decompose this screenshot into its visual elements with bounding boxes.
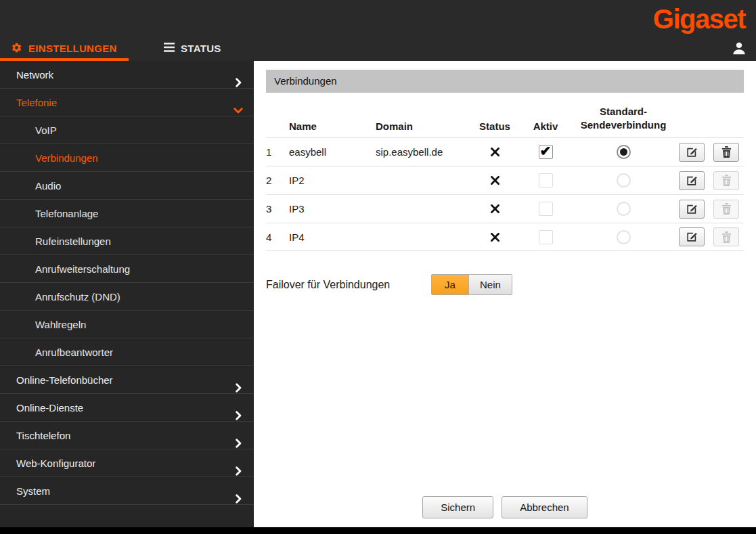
footer-bar [0, 527, 756, 534]
aktiv-checkbox[interactable] [539, 230, 553, 244]
page-title: Verbindungen [266, 70, 744, 93]
sidebar-item-label: Anrufbeantworter [35, 347, 113, 358]
sidebar-item-telefonie[interactable]: Telefonie [0, 89, 254, 116]
tab-status-label: STATUS [181, 43, 221, 54]
edit-button[interactable] [679, 143, 705, 162]
sidebar-item-voip[interactable]: VoIP [0, 116, 254, 144]
sidebar-item-label: System [16, 485, 50, 497]
chevron-right-icon [234, 486, 243, 495]
sidebar-item-network[interactable]: Network [0, 61, 254, 89]
save-button[interactable]: Sichern [422, 496, 493, 518]
cancel-button[interactable]: Abbrechen [502, 496, 587, 518]
sidebar-item-label: Telefonie [16, 97, 57, 108]
col-header-standard: Standard- Sendeverbindung [572, 105, 675, 132]
sidebar-item-audio[interactable]: Audio [0, 172, 254, 200]
aktiv-checkbox[interactable] [539, 202, 553, 216]
sidebar-item-tischtelefon[interactable]: Tischtelefon [0, 422, 254, 449]
col-header-status: Status [470, 120, 519, 132]
sidebar-item-label: Anrufschutz (DND) [35, 291, 120, 303]
chevron-right-icon [234, 458, 243, 468]
tab-einstellungen-label: EINSTELLUNGEN [28, 43, 117, 54]
sidebar-item-anrufschutz[interactable]: Anrufschutz (DND) [0, 283, 254, 311]
edit-button[interactable] [679, 227, 705, 246]
table-row: 4 IP4 [266, 223, 744, 251]
sidebar-item-label: Anrufweiterschaltung [35, 263, 130, 275]
sidebar-item-label: Wahlregeln [35, 319, 86, 330]
sidebar-item-anrufbeantworter[interactable]: Anrufbeantworter [0, 338, 254, 366]
sidebar-item-telefonanlage[interactable]: Telefonanlage [0, 200, 254, 227]
chevron-right-icon [234, 430, 243, 440]
sidebar-item-label: Network [16, 69, 53, 81]
status-x-icon [470, 147, 519, 157]
row-index: 3 [266, 203, 289, 215]
sidebar-item-label: Verbindungen [35, 152, 98, 164]
chevron-right-icon [234, 70, 243, 79]
table-row: 1 easybell sip.easybell.de [266, 137, 744, 166]
standard-radio[interactable] [617, 202, 631, 216]
aktiv-checkbox[interactable] [539, 173, 553, 187]
chevron-down-icon [234, 97, 243, 107]
failover-label: Failover für Verbindungen [266, 279, 422, 291]
col-header-domain: Domain [376, 120, 470, 132]
main-content: Verbindungen Name Domain Status Aktiv St… [254, 61, 756, 527]
menu-icon [164, 43, 175, 54]
row-name: easybell [289, 146, 376, 158]
sidebar-item-label: Online-Dienste [16, 402, 83, 414]
standard-radio[interactable] [617, 173, 631, 187]
delete-button [713, 227, 739, 246]
sidebar-item-rufeinstellungen[interactable]: Rufeinstellungen [0, 227, 254, 255]
status-x-icon [470, 232, 519, 242]
col-header-aktiv: Aktiv [519, 120, 572, 132]
chevron-right-icon [234, 403, 243, 412]
row-index: 2 [266, 175, 289, 186]
sidebar-item-web-konfigurator[interactable]: Web-Konfigurator [0, 449, 254, 477]
failover-setting: Failover für Verbindungen Ja Nein [266, 274, 744, 295]
aktiv-checkbox[interactable] [539, 145, 553, 159]
delete-button[interactable] [713, 143, 739, 162]
col-header-standard-line1: Standard- [572, 105, 675, 118]
standard-radio[interactable] [617, 230, 631, 244]
sidebar-item-label: Rufeinstellungen [35, 236, 111, 247]
sidebar-item-wahlregeln[interactable]: Wahlregeln [0, 311, 254, 338]
edit-button[interactable] [679, 171, 705, 190]
chevron-right-icon [234, 375, 243, 384]
sidebar-item-label: Online-Telefonbücher [16, 374, 113, 386]
row-index: 1 [266, 146, 289, 158]
sidebar-item-label: Web-Konfigurator [16, 458, 95, 469]
row-index: 4 [266, 231, 289, 243]
sidebar-item-label: Tischtelefon [16, 430, 70, 441]
gear-icon [11, 42, 22, 55]
form-actions: Sichern Abbrechen [254, 496, 756, 518]
row-domain: sip.easybell.de [376, 146, 470, 158]
tab-status[interactable]: STATUS [153, 36, 232, 61]
failover-toggle: Ja Nein [431, 274, 512, 295]
connections-table: Name Domain Status Aktiv Standard- Sende… [266, 105, 744, 251]
delete-button [713, 200, 739, 219]
delete-button [713, 171, 739, 190]
sidebar: Network Telefonie VoIP Verbindungen Audi… [0, 61, 254, 527]
status-x-icon [470, 175, 519, 185]
sidebar-item-online-telefonbuecher[interactable]: Online-Telefonbücher [0, 366, 254, 394]
col-header-standard-line2: Sendeverbindung [572, 118, 675, 132]
sidebar-item-system[interactable]: System [0, 477, 254, 505]
table-header-row: Name Domain Status Aktiv Standard- Sende… [266, 105, 744, 137]
col-header-name: Name [289, 120, 376, 132]
row-name: IP2 [289, 175, 376, 186]
status-x-icon [470, 204, 519, 214]
sidebar-item-anrufweiterschaltung[interactable]: Anrufweiterschaltung [0, 255, 254, 283]
user-icon[interactable] [732, 41, 747, 55]
failover-yes-button[interactable]: Ja [432, 275, 468, 294]
table-row: 3 IP3 [266, 194, 744, 223]
sidebar-item-label: Telefonanlage [35, 208, 98, 219]
sidebar-item-online-dienste[interactable]: Online-Dienste [0, 394, 254, 422]
row-name: IP3 [289, 203, 376, 215]
sidebar-item-label: VoIP [35, 125, 57, 136]
tab-einstellungen[interactable]: EINSTELLUNGEN [0, 36, 129, 61]
gigaset-logo: Gigaset [653, 4, 745, 35]
sidebar-item-verbindungen[interactable]: Verbindungen [0, 144, 254, 172]
edit-button[interactable] [679, 200, 705, 219]
standard-radio[interactable] [617, 145, 631, 159]
top-header: Gigaset EINSTELLUNGEN STATUS [0, 0, 756, 61]
row-name: IP4 [289, 231, 376, 243]
failover-no-button[interactable]: Nein [468, 275, 512, 294]
